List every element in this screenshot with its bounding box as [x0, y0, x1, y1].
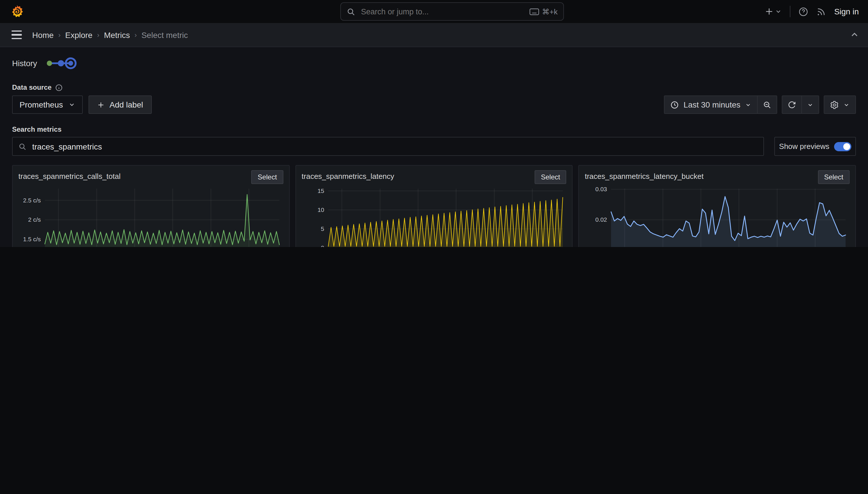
metric-chart-svg: 15:1515:2015:2515:3015:3515:40151050 [301, 184, 566, 247]
svg-text:2.5 c/s: 2.5 c/s [23, 197, 41, 204]
new-menu-button[interactable] [765, 7, 782, 16]
breadcrumb-bar: Home › Explore › Metrics › Select metric [0, 23, 868, 47]
chevron-up-icon[interactable] [850, 31, 859, 39]
refresh-button[interactable] [782, 95, 802, 114]
show-previews-toggle[interactable] [834, 142, 851, 151]
metric-title: traces_spanmetrics_calls_total [18, 170, 121, 180]
gear-icon [830, 100, 839, 109]
chevron-down-icon [775, 8, 782, 15]
breadcrumb-separator: › [97, 31, 99, 39]
metric-title: traces_spanmetrics_latency [301, 170, 394, 180]
explore-metrics-page: History Data source Prometheus Add label [0, 56, 868, 247]
svg-text:10: 10 [317, 207, 324, 213]
show-previews-control: Show previews [774, 137, 856, 156]
search-icon [18, 142, 26, 150]
help-icon[interactable] [798, 6, 808, 16]
metric-sparkline: 15:1515:2015:2515:3015:3515:40151050 [301, 184, 566, 247]
breadcrumb-separator: › [58, 31, 61, 39]
select-metric-button[interactable]: Select [252, 170, 283, 184]
metric-panel: traces_spanmetrics_latency Select 15:151… [295, 165, 573, 247]
zoom-out-button[interactable] [757, 95, 777, 114]
svg-text:0: 0 [321, 244, 324, 247]
metric-sparkline: 15:1515:2015:2515:3015:3515:402.5 c/s2 c… [18, 184, 283, 247]
chevron-down-icon [807, 101, 813, 108]
plus-icon [97, 101, 105, 109]
news-rss-icon[interactable] [816, 6, 826, 16]
global-search-input[interactable] [360, 6, 525, 16]
top-bar: ⌘+k Sign in [0, 0, 868, 23]
breadcrumb-metrics[interactable]: Metrics [104, 30, 130, 39]
search-metrics-input[interactable] [31, 141, 757, 152]
add-label-button[interactable]: Add label [89, 95, 152, 114]
plus-icon [765, 7, 774, 16]
info-icon[interactable] [55, 84, 62, 91]
grafana-app: ⌘+k Sign in Home › Explore › Metrics [0, 0, 868, 247]
data-source-label: Data source [12, 83, 52, 92]
breadcrumb-current: Select metric [141, 30, 188, 39]
metric-panel-grid: traces_spanmetrics_calls_total Select 15… [12, 165, 856, 247]
search-icon [347, 7, 355, 16]
history-steps[interactable] [45, 56, 77, 71]
metric-chart-svg: 15:1515:2015:2515:3015:3515:400.030.02 [585, 184, 849, 247]
svg-text:15: 15 [317, 188, 324, 194]
svg-text:2 c/s: 2 c/s [28, 216, 41, 223]
metric-chart-svg: 15:1515:2015:2515:3015:3515:402.5 c/s2 c… [18, 184, 283, 247]
metric-panel: traces_spanmetrics_calls_total Select 15… [12, 165, 290, 247]
clock-icon [670, 100, 679, 109]
select-metric-button[interactable]: Select [818, 170, 850, 184]
settings-button[interactable] [824, 95, 856, 114]
chevron-down-icon [745, 101, 751, 108]
history-label: History [12, 59, 37, 68]
keyboard-icon [529, 8, 539, 15]
metric-title: traces_spanmetrics_latency_bucket [585, 170, 704, 180]
breadcrumb-home[interactable]: Home [32, 30, 54, 39]
search-metrics-label: Search metrics [12, 126, 856, 133]
time-range-picker[interactable]: Last 30 minutes [664, 95, 757, 114]
data-source-picker[interactable]: Prometheus [12, 95, 83, 114]
select-metric-button[interactable]: Select [535, 170, 567, 184]
refresh-group [782, 95, 819, 114]
svg-text:5: 5 [321, 225, 324, 232]
chevron-down-icon [69, 101, 76, 108]
zoom-out-icon [763, 100, 771, 109]
metric-sparkline: 15:1515:2015:2515:3015:3515:400.030.02 [585, 184, 850, 247]
breadcrumb-explore[interactable]: Explore [65, 30, 93, 39]
search-metrics-field [12, 137, 764, 156]
time-range-group: Last 30 minutes [664, 95, 777, 114]
breadcrumb-separator: › [135, 31, 137, 39]
sign-in-button[interactable]: Sign in [834, 7, 859, 16]
breadcrumb: Home › Explore › Metrics › Select metric [32, 30, 188, 39]
global-search[interactable]: ⌘+k [340, 2, 564, 21]
chevron-down-icon [843, 101, 850, 108]
settings-group [824, 95, 856, 114]
show-previews-label: Show previews [779, 142, 829, 151]
topbar-divider [790, 6, 790, 17]
svg-text:0.03: 0.03 [595, 186, 607, 192]
refresh-interval-dropdown[interactable] [802, 95, 819, 114]
grafana-logo-icon[interactable] [9, 4, 24, 19]
svg-text:1.5 c/s: 1.5 c/s [23, 236, 41, 242]
menu-toggle-icon[interactable] [9, 28, 24, 42]
history-step-dot [46, 61, 52, 66]
metric-panel: traces_spanmetrics_latency_bucket Select… [578, 165, 856, 247]
history-step-dot [58, 60, 64, 66]
keyboard-shortcut-hint: ⌘+k [529, 7, 558, 16]
refresh-icon [788, 100, 796, 109]
svg-text:0.02: 0.02 [595, 216, 607, 223]
